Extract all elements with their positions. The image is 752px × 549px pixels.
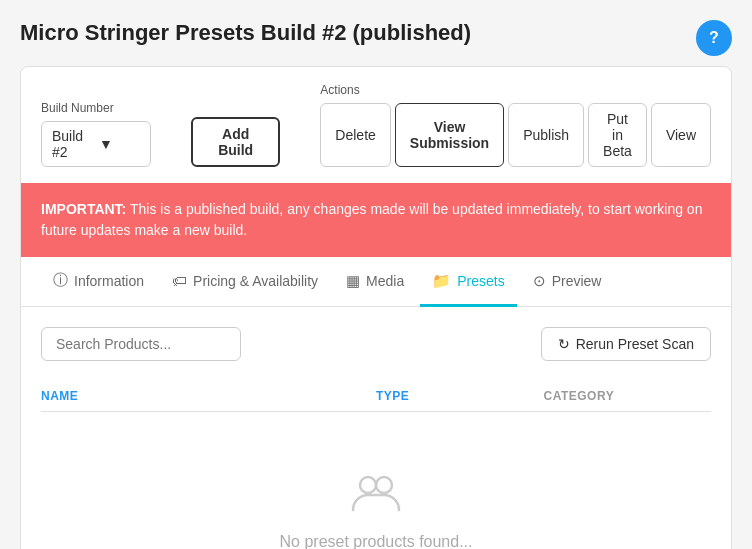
delete-button[interactable]: Delete: [320, 103, 390, 167]
information-icon: ⓘ: [53, 271, 68, 290]
put-in-beta-button[interactable]: Put in Beta: [588, 103, 647, 167]
preview-icon: ⊙: [533, 272, 546, 290]
build-controls: Build Number Build #2 ▼ Add Build Action…: [21, 67, 731, 183]
svg-point-1: [376, 477, 392, 493]
search-and-actions: ↻ Rerun Preset Scan: [41, 327, 711, 361]
tab-preview[interactable]: ⊙ Preview: [521, 257, 614, 307]
empty-state: No preset products found...: [41, 412, 711, 549]
chevron-down-icon: ▼: [99, 136, 140, 152]
col-name: NAME: [41, 389, 376, 403]
content-area: ↻ Rerun Preset Scan NAME TYPE CATEGORY: [21, 307, 731, 549]
tab-presets-label: Presets: [457, 273, 504, 289]
empty-users-icon: [351, 472, 401, 521]
add-build-button[interactable]: Add Build: [191, 117, 280, 167]
warning-prefix: IMPORTANT:: [41, 201, 126, 217]
col-category: CATEGORY: [544, 389, 712, 403]
page-container: ? Micro Stringer Presets Build #2 (publi…: [20, 20, 732, 549]
pricing-icon: 🏷: [172, 272, 187, 289]
nav-tabs: ⓘ Information 🏷 Pricing & Availability ▦…: [21, 257, 731, 307]
tab-presets[interactable]: 📁 Presets: [420, 257, 516, 307]
build-select[interactable]: Build #2 ▼: [41, 121, 151, 167]
col-type: TYPE: [376, 389, 544, 403]
rerun-button[interactable]: ↻ Rerun Preset Scan: [541, 327, 711, 361]
tab-pricing-label: Pricing & Availability: [193, 273, 318, 289]
empty-state-text: No preset products found...: [280, 533, 473, 549]
build-number-group: Build Number Build #2 ▼: [41, 101, 151, 167]
tab-information-label: Information: [74, 273, 144, 289]
rerun-icon: ↻: [558, 336, 570, 352]
publish-button[interactable]: Publish: [508, 103, 584, 167]
media-icon: ▦: [346, 272, 360, 290]
tab-information[interactable]: ⓘ Information: [41, 257, 156, 307]
presets-icon: 📁: [432, 272, 451, 290]
action-buttons: Delete View Submission Publish Put in Be…: [320, 103, 711, 167]
build-number-label: Build Number: [41, 101, 151, 115]
search-input[interactable]: [41, 327, 241, 361]
tab-pricing[interactable]: 🏷 Pricing & Availability: [160, 257, 330, 307]
actions-group: Actions Delete View Submission Publish P…: [320, 83, 711, 167]
warning-message: This is a published build, any changes m…: [41, 201, 702, 238]
help-button[interactable]: ?: [696, 20, 732, 56]
table-header: NAME TYPE CATEGORY: [41, 381, 711, 412]
tab-preview-label: Preview: [552, 273, 602, 289]
actions-label: Actions: [320, 83, 711, 97]
view-button[interactable]: View: [651, 103, 711, 167]
page-title: Micro Stringer Presets Build #2 (publish…: [20, 20, 732, 46]
rerun-label: Rerun Preset Scan: [576, 336, 694, 352]
main-card: Build Number Build #2 ▼ Add Build Action…: [20, 66, 732, 549]
build-select-value: Build #2: [52, 128, 93, 160]
warning-banner: IMPORTANT: This is a published build, an…: [21, 183, 731, 257]
tab-media[interactable]: ▦ Media: [334, 257, 416, 307]
view-submission-button[interactable]: View Submission: [395, 103, 504, 167]
tab-media-label: Media: [366, 273, 404, 289]
svg-point-0: [360, 477, 376, 493]
